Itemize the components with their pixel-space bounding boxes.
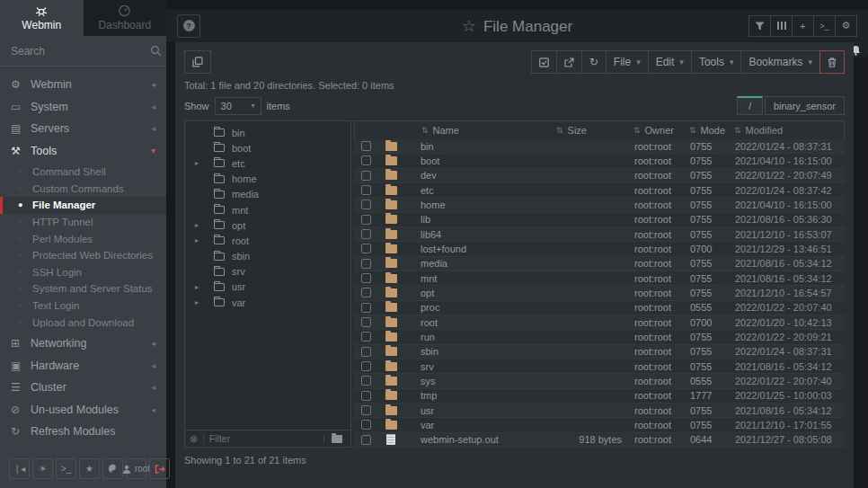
tree-item-bin[interactable]: bin <box>185 125 350 140</box>
row-checkbox[interactable] <box>361 171 371 181</box>
sidebar-item-protected-web-directories[interactable]: ◦Protected Web Directories <box>0 247 166 264</box>
table-row[interactable]: tmproot:root17772022/01/25 - 10:00:03 <box>354 389 845 404</box>
tab-dashboard[interactable]: Dashboard <box>84 0 167 36</box>
palette-button[interactable] <box>102 458 123 479</box>
sidebar-item-system[interactable]: ▭System◂ <box>0 96 166 119</box>
logout-button[interactable] <box>149 458 170 479</box>
bookmarks-menu-button[interactable]: Bookmarks▾ <box>740 50 820 74</box>
columns-button[interactable] <box>770 15 793 37</box>
sidebar-item-command-shell[interactable]: ◦Command Shell <box>0 164 166 181</box>
column-header-owner[interactable]: ⇅Owner <box>633 125 689 136</box>
table-row[interactable]: etcroot:root07552022/01/24 - 08:37:42 <box>354 183 845 198</box>
row-checkbox[interactable] <box>361 259 371 269</box>
row-checkbox[interactable] <box>361 229 371 239</box>
favorites-button[interactable]: ★ <box>79 458 100 479</box>
row-checkbox[interactable] <box>361 244 371 253</box>
sidebar-item-tools[interactable]: ⚒Tools▾ <box>0 140 166 163</box>
table-row[interactable]: mediaroot:root07552021/08/16 - 05:34:12 <box>354 257 845 271</box>
row-checkbox[interactable] <box>361 332 371 342</box>
column-header-name[interactable]: ⇅Name <box>405 125 556 136</box>
filter-folder-button[interactable] <box>323 435 346 443</box>
table-row[interactable]: srvroot:root07552021/08/16 - 05:34:12 <box>354 359 845 374</box>
sort-icon[interactable]: ⇅ <box>556 126 563 135</box>
table-row[interactable]: rootroot:root07002022/01/20 - 10:42:13 <box>354 315 845 330</box>
sidebar-item-networking[interactable]: ⊞Networking◂ <box>0 333 166 355</box>
sidebar-item-perl-modules[interactable]: ◦Perl Modules <box>0 230 166 247</box>
add-button[interactable]: + <box>792 15 814 37</box>
table-row[interactable]: procroot:root05552022/01/22 - 20:07:40 <box>354 301 845 315</box>
table-row[interactable]: webmin-setup.out918 bytesroot:root064420… <box>354 433 845 448</box>
row-checkbox[interactable] <box>361 435 371 445</box>
row-checkbox[interactable] <box>361 185 371 195</box>
row-checkbox[interactable] <box>361 361 371 371</box>
clear-filter-icon[interactable]: ⊗ <box>190 433 198 445</box>
tree-item-srv[interactable]: srv <box>185 264 350 279</box>
tree-item-root[interactable]: ▸root <box>185 233 350 248</box>
table-row[interactable]: homeroot:root07552021/04/10 - 16:15:00 <box>354 198 845 212</box>
tree-item-opt[interactable]: ▸opt <box>185 217 350 233</box>
row-checkbox[interactable] <box>361 273 371 283</box>
tree-item-boot[interactable]: boot <box>185 140 350 155</box>
tree-filter-input[interactable] <box>209 433 323 444</box>
sidebar-item-system-and-server-status[interactable]: ◦System and Server Status <box>0 280 166 297</box>
sidebar-item-upload-and-download[interactable]: ◦Upload and Download <box>0 314 166 331</box>
tree-item-var[interactable]: ▸var <box>185 295 350 310</box>
table-row[interactable]: usrroot:root07552021/08/16 - 05:34:12 <box>354 404 845 418</box>
terminal-button[interactable]: >_ <box>56 458 76 479</box>
sidebar-item-hardware[interactable]: ▣Hardware◂ <box>0 354 166 377</box>
row-checkbox[interactable] <box>361 317 371 327</box>
row-checkbox[interactable] <box>361 376 371 386</box>
theme-toggle-button[interactable]: ☀ <box>32 458 53 479</box>
refresh-button[interactable]: ↻ <box>581 50 607 74</box>
sidebar-item-ssh-login[interactable]: ◦SSH Login <box>0 264 166 281</box>
sidebar-item-file-manager[interactable]: ●File Manager <box>0 197 166 214</box>
table-row[interactable]: libroot:root07552021/08/16 - 05:36:30 <box>354 213 845 227</box>
sort-icon[interactable]: ⇅ <box>633 126 641 135</box>
tree-item-home[interactable]: home <box>185 172 350 187</box>
row-checkbox[interactable] <box>361 141 371 151</box>
tree-item-media[interactable]: media <box>185 187 350 202</box>
table-row[interactable]: binroot:root07552022/01/24 - 08:37:31 <box>354 139 845 154</box>
row-checkbox[interactable] <box>361 155 371 165</box>
page-size-select[interactable]: 30 ▾ <box>215 97 261 115</box>
sort-icon[interactable]: ⇅ <box>421 126 429 135</box>
table-row[interactable]: sbinroot:root07552022/01/24 - 08:37:31 <box>354 345 845 359</box>
row-checkbox[interactable] <box>361 303 371 313</box>
table-row[interactable]: runroot:root07552022/01/22 - 20:09:21 <box>354 330 845 344</box>
table-row[interactable]: varroot:root07552021/12/10 - 17:01:55 <box>354 418 845 432</box>
clone-tab-button[interactable] <box>184 50 211 74</box>
tree-item-sbin[interactable]: sbin <box>185 249 350 264</box>
sidebar-item-cluster[interactable]: ☰Cluster◂ <box>0 377 166 399</box>
table-row[interactable]: bootroot:root07552021/04/10 - 16:15:00 <box>354 154 845 168</box>
settings-button[interactable]: ⚙ <box>835 15 857 37</box>
tree-item-mnt[interactable]: mnt <box>185 202 350 217</box>
column-header-mode[interactable]: ⇅Mode <box>689 125 734 136</box>
tab-webmin[interactable]: Webmin <box>0 0 84 36</box>
sidebar-item-servers[interactable]: ▤Servers◂ <box>0 118 166 140</box>
user-button[interactable]: root <box>126 458 146 479</box>
sidebar-item-webmin[interactable]: ⚙Webmin◂ <box>0 74 166 96</box>
row-checkbox[interactable] <box>361 288 371 297</box>
table-row[interactable]: mntroot:root07552021/08/16 - 05:34:12 <box>354 271 845 286</box>
select-all-button[interactable] <box>531 50 557 74</box>
row-checkbox[interactable] <box>361 405 371 415</box>
row-checkbox[interactable] <box>361 200 371 209</box>
collapse-sidebar-button[interactable]: ❘◂ <box>9 458 30 479</box>
help-button[interactable]: ? <box>177 14 200 38</box>
sidebar-item-http-tunnel[interactable]: ◦HTTP Tunnel <box>0 214 166 231</box>
sidebar-item-text-login[interactable]: ◦Text Login <box>0 297 166 315</box>
expand-arrow-icon[interactable]: ▸ <box>195 298 199 306</box>
edit-menu-button[interactable]: Edit▾ <box>648 50 692 74</box>
row-checkbox[interactable] <box>361 215 371 225</box>
row-checkbox[interactable] <box>361 391 371 401</box>
sort-icon[interactable]: ⇅ <box>689 126 696 135</box>
column-header-size[interactable]: ⇅Size <box>556 125 633 136</box>
sidebar-item-custom-commands[interactable]: ◦Custom Commands <box>0 181 166 198</box>
row-checkbox[interactable] <box>361 347 371 357</box>
table-row[interactable]: lib64root:root07552021/12/10 - 16:53:07 <box>354 227 845 242</box>
row-checkbox[interactable] <box>361 420 371 430</box>
filter-button[interactable] <box>748 15 771 37</box>
expand-arrow-icon[interactable]: ▸ <box>195 236 199 244</box>
tree-item-usr[interactable]: ▸usr <box>185 279 350 295</box>
expand-arrow-icon[interactable]: ▸ <box>195 283 199 291</box>
